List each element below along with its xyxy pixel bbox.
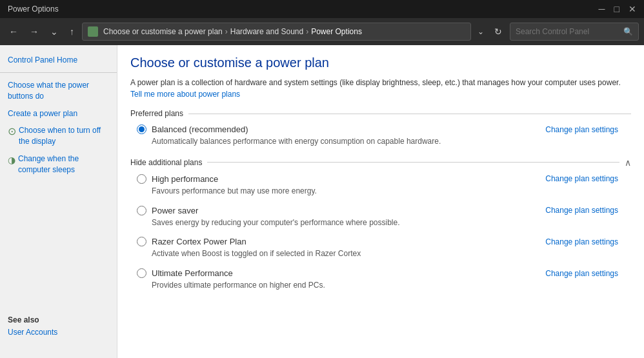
change-plan-ultimate[interactable]: Change plan settings — [545, 269, 618, 278]
radio-razer-cortex[interactable] — [137, 237, 146, 246]
breadcrumb: Choose or customise a power plan › Hardw… — [82, 23, 471, 41]
plan-desc-power-saver: Saves energy by reducing your computer's… — [152, 217, 631, 228]
addressbar: ← → ⌄ ↑ Choose or customise a power plan… — [0, 18, 644, 45]
breadcrumb-hardware-sound[interactable]: Hardware and Sound — [230, 27, 303, 36]
up-button[interactable]: ↑ — [66, 24, 78, 39]
tell-me-more-link[interactable]: Tell me more about power plans — [130, 90, 240, 99]
radio-power-saver[interactable] — [137, 206, 146, 215]
plan-name-ultimate: Ultimate Performance — [152, 268, 233, 278]
plan-desc-razer-cortex: Activate when Boost is toggled on if sel… — [152, 248, 631, 259]
sidebar-label-create-plan: Create a power plan — [8, 108, 77, 119]
preferred-plans-section: Preferred plans Balanced (recommended) C… — [130, 109, 631, 147]
maximize-button[interactable]: □ — [614, 4, 619, 14]
sidebar-label-power-buttons: Choose what the power buttons do — [8, 80, 109, 102]
radio-balanced[interactable] — [137, 124, 146, 134]
plan-name-power-saver: Power saver — [152, 206, 198, 215]
plan-row-razer-cortex: Razer Cortex Power Plan Change plan sett… — [137, 237, 631, 246]
plan-item-balanced: Balanced (recommended) Change plan setti… — [130, 124, 631, 147]
plan-left-razer-cortex: Razer Cortex Power Plan — [137, 237, 247, 246]
plan-item-razer-cortex: Razer Cortex Power Plan Change plan sett… — [130, 237, 631, 259]
additional-plans-section: Hide additional plans ∧ High performance… — [130, 157, 631, 291]
sidebar-label-computer-sleeps: Change when the computer sleeps — [18, 154, 109, 175]
main-layout: Control Panel Home Choose what the power… — [0, 45, 644, 358]
preferred-plans-line — [188, 114, 631, 114]
plan-row-high-performance: High performance Change plan settings — [137, 174, 631, 184]
see-also-header: See also — [0, 310, 117, 326]
additional-plans-header: Hide additional plans ∧ — [130, 157, 631, 168]
sidebar-item-create-plan[interactable]: Create a power plan — [0, 105, 117, 123]
sidebar-divider — [0, 72, 117, 73]
back-button[interactable]: ← — [5, 24, 22, 39]
sleep-icon: ◑ — [8, 154, 15, 167]
plan-left-ultimate: Ultimate Performance — [137, 268, 233, 278]
plan-left-high-performance: High performance — [137, 174, 218, 184]
preferred-plans-label: Preferred plans — [130, 109, 183, 118]
plan-desc-balanced: Automatically balances performance with … — [152, 136, 631, 147]
radio-high-performance[interactable] — [137, 174, 146, 184]
close-button[interactable]: ✕ — [629, 4, 636, 14]
dropdown-recent-button[interactable]: ⌄ — [46, 24, 62, 39]
change-plan-balanced[interactable]: Change plan settings — [545, 125, 618, 134]
radio-ultimate[interactable] — [137, 268, 146, 278]
plan-item-high-performance: High performance Change plan settings Fa… — [130, 174, 631, 197]
refresh-button[interactable]: ↻ — [490, 24, 506, 39]
plan-row-ultimate: Ultimate Performance Change plan setting… — [137, 268, 631, 278]
plan-left-power-saver: Power saver — [137, 206, 198, 215]
minimize-button[interactable]: ─ — [599, 4, 605, 14]
plan-item-power-saver: Power saver Change plan settings Saves e… — [130, 206, 631, 228]
search-box[interactable]: 🔍 — [510, 23, 639, 41]
address-dropdown-button[interactable]: ⌄ — [475, 25, 487, 39]
sidebar-item-computer-sleeps[interactable]: ◑ Change when the computer sleeps — [0, 150, 117, 179]
breadcrumb-power-options: Power Options — [311, 27, 362, 36]
sidebar-label-turn-off-display: Choose when to turn off the display — [19, 125, 109, 147]
sidebar-item-turn-off-display[interactable]: ⊙ Choose when to turn off the display — [0, 122, 117, 150]
additional-plans-label: Hide additional plans — [130, 158, 202, 167]
page-description: A power plan is a collection of hardware… — [130, 77, 631, 100]
titlebar: Power Options ─ □ ✕ — [0, 0, 644, 18]
additional-plans-line — [207, 162, 619, 163]
plan-item-ultimate: Ultimate Performance Change plan setting… — [130, 268, 631, 291]
change-plan-high-performance[interactable]: Change plan settings — [545, 174, 618, 183]
plan-desc-ultimate: Provides ultimate performance on higher … — [152, 280, 631, 291]
preferred-plans-header: Preferred plans — [130, 109, 631, 118]
plan-row-power-saver: Power saver Change plan settings — [137, 206, 631, 215]
window-controls[interactable]: ─ □ ✕ — [599, 4, 636, 14]
change-plan-razer-cortex[interactable]: Change plan settings — [545, 237, 618, 246]
change-plan-power-saver[interactable]: Change plan settings — [545, 206, 618, 215]
sidebar-item-cp-home[interactable]: Control Panel Home — [0, 52, 117, 68]
search-icon: 🔍 — [623, 27, 633, 36]
plan-name-balanced: Balanced (recommended) — [152, 124, 248, 134]
plan-name-razer-cortex: Razer Cortex Power Plan — [152, 237, 247, 246]
breadcrumb-control-panel[interactable]: Choose or customise a power plan — [103, 27, 223, 36]
sidebar: Control Panel Home Choose what the power… — [0, 45, 117, 358]
plan-row-balanced: Balanced (recommended) Change plan setti… — [137, 124, 631, 134]
forward-button[interactable]: → — [26, 24, 43, 39]
display-icon: ⊙ — [8, 124, 16, 139]
page-title: Choose or customise a power plan — [130, 55, 631, 70]
plan-left-balanced: Balanced (recommended) — [137, 124, 248, 134]
sidebar-item-user-accounts[interactable]: User Accounts — [0, 326, 117, 339]
search-input[interactable] — [516, 27, 621, 36]
plan-desc-high-performance: Favours performance but may use more ene… — [152, 186, 631, 197]
collapse-additional-button[interactable]: ∧ — [625, 157, 631, 168]
description-text: A power plan is a collection of hardware… — [130, 78, 621, 87]
cp-icon — [88, 26, 98, 37]
plan-name-high-performance: High performance — [152, 174, 218, 184]
window-title: Power Options — [8, 5, 599, 14]
sidebar-item-power-buttons[interactable]: Choose what the power buttons do — [0, 77, 117, 105]
content-area: Choose or customise a power plan A power… — [117, 45, 644, 358]
